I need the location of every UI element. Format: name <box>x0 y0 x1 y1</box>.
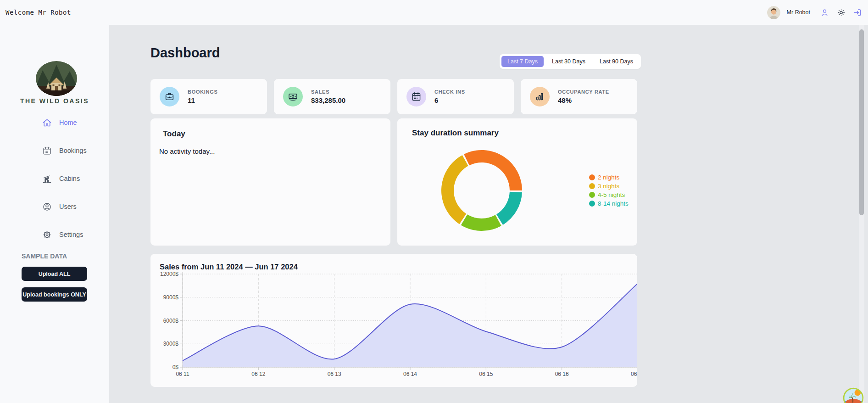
stat-label: CHECK INS <box>434 89 465 95</box>
avatar <box>767 6 780 19</box>
legend-label: 4-5 nights <box>598 191 625 198</box>
x-tick-label: 06 17 <box>631 371 637 377</box>
chart-gridlines <box>183 274 637 367</box>
wild-oasis-logo <box>35 61 78 97</box>
sidebar: THE WILD OASIS Home Bookings <box>0 25 109 403</box>
sidebar-item-home[interactable]: Home <box>0 112 109 134</box>
sidebar-item-label: Cabins <box>59 175 80 182</box>
x-tick-label: 06 13 <box>328 371 341 377</box>
stat-value: $33,285.00 <box>311 96 345 104</box>
y-tick-label: 12000$ <box>160 271 178 277</box>
y-tick-label: 0$ <box>172 364 179 370</box>
banknotes-icon <box>283 87 303 106</box>
sidebar-item-settings[interactable]: Settings <box>0 224 109 246</box>
sales-chart-title: Sales from Jun 11 2024 — Jun 17 2024 <box>160 263 298 271</box>
legend-label: 8-14 nights <box>598 200 629 207</box>
react-query-devtools-button[interactable] <box>843 387 864 403</box>
stat-label: SALES <box>311 89 345 95</box>
scrollbar-thumb[interactable] <box>859 29 864 215</box>
calendar-days-icon <box>406 87 426 106</box>
y-tick-label: 9000$ <box>163 294 179 301</box>
chart-axes <box>180 272 637 370</box>
topbar: Welcome Mr Robot Mr Robot <box>0 0 868 25</box>
stat-value: 48% <box>558 96 609 104</box>
y-tick-label: 3000$ <box>163 341 179 347</box>
sidebar-item-label: Bookings <box>59 147 87 154</box>
legend-label: 3 nights <box>598 183 619 190</box>
donut-segment-2-nights <box>464 150 522 190</box>
today-card: Today No activity today... <box>150 118 390 246</box>
legend-dot <box>589 183 595 189</box>
filter-last-7-days[interactable]: Last 7 Days <box>501 56 544 67</box>
legend-item: 4-5 nights <box>589 190 629 199</box>
react-query-logo-icon <box>843 387 864 403</box>
x-tick-label: 06 11 <box>176 371 189 377</box>
sales-chart-card: 0$3000$6000$9000$12000$06 1106 1206 1306… <box>150 254 637 387</box>
today-title: Today <box>163 129 185 139</box>
y-tick-label: 6000$ <box>163 318 179 324</box>
stay-duration-title: Stay duration summary <box>412 129 499 138</box>
x-tick-label: 06 15 <box>479 371 493 377</box>
stay-duration-donut-chart <box>431 140 532 241</box>
sidebar-item-label: Home <box>59 119 77 126</box>
legend-label: 2 nights <box>598 174 619 181</box>
filter-last-90-days[interactable]: Last 90 Days <box>594 56 639 67</box>
scrollbar-track[interactable] <box>859 25 864 403</box>
donut-segment-3-nights <box>441 155 468 224</box>
x-tick-label: 06 14 <box>403 371 417 377</box>
donut-segment-8-14-nights <box>496 192 522 225</box>
sidebar-item-label: Settings <box>59 231 83 238</box>
chart-tick-labels: 0$3000$6000$9000$12000$06 1106 1206 1306… <box>160 271 637 377</box>
stat-label: OCCUPANCY RATE <box>558 89 609 95</box>
sidebar-item-cabins[interactable]: Cabins <box>0 168 109 190</box>
stat-label: BOOKINGS <box>188 89 218 95</box>
filter-last-30-days[interactable]: Last 30 Days <box>546 56 591 67</box>
legend-dot <box>589 192 595 198</box>
legend-item: 8-14 nights <box>589 199 629 208</box>
user-icon <box>820 8 829 17</box>
legend-item: 2 nights <box>589 173 629 182</box>
welcome-text: Welcome Mr Robot <box>6 0 71 25</box>
x-tick-label: 06 12 <box>251 371 265 377</box>
stat-card-occupancy-rate: OCCUPANCY RATE 48% <box>521 79 637 114</box>
stat-value: 6 <box>434 96 465 104</box>
avatar-image <box>767 6 780 19</box>
date-range-filter: Last 7 Days Last 30 Days Last 90 Days <box>500 54 641 69</box>
user-cluster: Mr Robot <box>767 0 864 25</box>
user-account-button[interactable] <box>818 6 831 19</box>
sidebar-item-bookings[interactable]: Bookings <box>0 140 109 162</box>
user-name: Mr Robot <box>787 9 810 16</box>
today-empty-message: No activity today... <box>159 147 215 155</box>
stay-duration-card: Stay duration summary 2 nights3 nights4-… <box>397 118 637 246</box>
sample-data-heading: SAMPLE DATA <box>22 252 67 260</box>
stat-card-bookings: BOOKINGS 11 <box>150 79 267 114</box>
sun-icon <box>836 8 846 17</box>
donut-segment-4-5-nights <box>461 214 501 231</box>
briefcase-icon <box>160 87 179 106</box>
brand-name: THE WILD OASIS <box>0 97 109 105</box>
sidebar-nav: Home Bookings Cabins <box>0 112 109 246</box>
x-tick-label: 06 16 <box>555 371 569 377</box>
users-icon <box>42 202 52 212</box>
donut-legend: 2 nights3 nights4-5 nights8-14 nights <box>589 173 629 208</box>
logout-button[interactable] <box>851 6 864 19</box>
legend-dot <box>589 174 595 180</box>
upload-all-button[interactable]: Upload ALL <box>22 267 87 281</box>
legend-dot <box>589 201 595 207</box>
legend-item: 3 nights <box>589 182 629 190</box>
chart-bar-icon <box>530 87 550 106</box>
sidebar-item-users[interactable]: Users <box>0 196 109 218</box>
calendar-icon <box>42 146 52 156</box>
logout-icon <box>853 8 862 17</box>
stat-card-check-ins: CHECK INS 6 <box>397 79 514 114</box>
stat-card-sales: SALES $33,285.00 <box>274 79 390 114</box>
sales-area-chart: 0$3000$6000$9000$12000$06 1106 1206 1306… <box>150 254 637 387</box>
dark-mode-toggle[interactable] <box>834 6 848 19</box>
app-root: { "header": { "welcome_text": "Welcome M… <box>0 0 868 403</box>
chart-line <box>183 284 637 361</box>
gear-icon <box>42 230 52 240</box>
home-icon <box>42 118 52 128</box>
chart-area-fill <box>183 284 637 367</box>
cabin-icon <box>42 174 52 184</box>
upload-bookings-only-button[interactable]: Upload bookings ONLY <box>22 287 87 302</box>
